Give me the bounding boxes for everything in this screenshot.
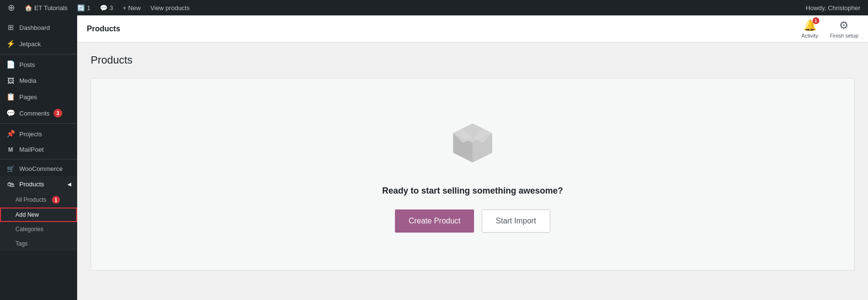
woocommerce-icon: 🛒 xyxy=(6,165,15,172)
sidebar-label-jetpack: Jetpack xyxy=(19,40,41,48)
sidebar-item-pages[interactable]: 📋 Pages xyxy=(0,89,77,105)
dashboard-icon: ⊞ xyxy=(6,23,15,32)
sidebar-item-media[interactable]: 🖼 Media xyxy=(0,73,77,89)
sidebar-divider-3 xyxy=(0,159,77,159)
new-label: + New xyxy=(123,4,141,12)
sidebar-item-jetpack[interactable]: ⚡ Jetpack xyxy=(0,36,77,52)
empty-state-actions: Create Product Start Import xyxy=(395,209,550,233)
activity-icon: 🔔 1 xyxy=(803,19,816,32)
sidebar-item-add-new[interactable]: Add New xyxy=(0,208,77,222)
comments-badge: 3 xyxy=(54,109,62,117)
comments-bubble-icon: 💬 xyxy=(6,109,15,117)
products-submenu: All Products 1 Add New Categories Tags xyxy=(0,192,77,251)
main-content: Products 🔔 1 Activity ⚙ Finish setup Pro… xyxy=(77,15,868,300)
jetpack-icon: ⚡ xyxy=(6,39,15,48)
sidebar-label-mailpoet: MailPoet xyxy=(19,146,44,153)
comments-icon: 💬 xyxy=(100,4,108,12)
projects-icon: 📌 xyxy=(6,130,15,138)
activity-label: Activity xyxy=(801,33,818,39)
greeting-text: Howdy, Christopher xyxy=(806,4,860,12)
finish-setup-icon: ⚙ xyxy=(839,19,849,32)
categories-label: Categories xyxy=(15,226,43,233)
products-icon: 🛍 xyxy=(6,180,15,188)
products-arrow-icon: ◀ xyxy=(68,182,71,187)
sidebar-label-dashboard: Dashboard xyxy=(19,24,50,31)
mailpoet-icon: M xyxy=(6,146,15,153)
sidebar-label-media: Media xyxy=(19,77,36,84)
top-bar: Products 🔔 1 Activity ⚙ Finish setup xyxy=(77,15,868,42)
comments-count: 3 xyxy=(109,4,113,12)
wp-logo-link[interactable]: ⊕ xyxy=(4,0,19,15)
sidebar-label-comments: Comments xyxy=(19,110,50,117)
page-title: Products xyxy=(91,54,854,66)
start-import-button[interactable]: Start Import xyxy=(482,209,550,233)
create-product-button[interactable]: Create Product xyxy=(395,209,474,233)
new-content-link[interactable]: + New xyxy=(119,0,145,15)
pages-icon: 📋 xyxy=(6,92,15,101)
updates-link[interactable]: 🔄 1 xyxy=(73,0,94,15)
activity-button[interactable]: 🔔 1 Activity xyxy=(801,19,818,39)
all-products-label: All Products xyxy=(15,196,46,203)
add-new-label: Add New xyxy=(15,211,39,218)
sidebar-label-products: Products xyxy=(19,181,44,188)
empty-state-message: Ready to start selling something awesome… xyxy=(382,186,563,196)
view-products-link[interactable]: View products xyxy=(147,0,193,15)
activity-badge: 1 xyxy=(813,17,819,24)
tags-label: Tags xyxy=(15,240,27,247)
sidebar-item-dashboard[interactable]: ⊞ Dashboard xyxy=(0,19,77,36)
wp-logo-icon: ⊕ xyxy=(8,2,15,13)
sidebar-label-pages: Pages xyxy=(19,93,37,101)
top-bar-right: 🔔 1 Activity ⚙ Finish setup xyxy=(801,19,858,39)
finish-setup-button[interactable]: ⚙ Finish setup xyxy=(830,19,858,39)
sidebar-item-woocommerce[interactable]: 🛒 WooCommerce xyxy=(0,161,77,176)
sidebar-item-categories[interactable]: Categories xyxy=(0,222,77,236)
sidebar-divider-2 xyxy=(0,123,77,124)
sidebar: ⊞ Dashboard ⚡ Jetpack 📄 Posts 🖼 Media 📋 … xyxy=(0,15,77,300)
sidebar-divider-1 xyxy=(0,54,77,54)
sidebar-label-projects: Projects xyxy=(19,130,42,138)
sidebar-item-tags[interactable]: Tags xyxy=(0,236,77,251)
posts-icon: 📄 xyxy=(6,60,15,69)
top-bar-title: Products xyxy=(87,25,120,33)
site-name-link[interactable]: 🏠 ET Tutorials xyxy=(21,0,71,15)
home-icon: 🏠 xyxy=(25,4,32,12)
sidebar-item-all-products[interactable]: All Products 1 xyxy=(0,192,77,208)
sidebar-item-products[interactable]: 🛍 Products ◀ xyxy=(0,176,77,192)
admin-bar-right: Howdy, Christopher xyxy=(802,4,864,12)
admin-bar: ⊕ 🏠 ET Tutorials 🔄 1 💬 3 + New View prod… xyxy=(0,0,868,15)
sidebar-label-woocommerce: WooCommerce xyxy=(19,165,63,172)
sidebar-item-mailpoet[interactable]: M MailPoet xyxy=(0,142,77,157)
sidebar-item-posts[interactable]: 📄 Posts xyxy=(0,56,77,73)
box-illustration xyxy=(444,117,502,174)
sidebar-item-projects[interactable]: 📌 Projects xyxy=(0,126,77,142)
content-area: Products Ready to start selling som xyxy=(77,42,868,300)
comments-link[interactable]: 💬 3 xyxy=(96,0,117,15)
sidebar-item-comments[interactable]: 💬 Comments 3 xyxy=(0,105,77,121)
empty-state: Ready to start selling something awesome… xyxy=(91,78,854,271)
updates-count: 1 xyxy=(87,4,90,12)
updates-icon: 🔄 xyxy=(77,4,85,12)
finish-setup-label: Finish setup xyxy=(830,33,858,39)
layout: ⊞ Dashboard ⚡ Jetpack 📄 Posts 🖼 Media 📋 … xyxy=(0,15,868,300)
media-icon: 🖼 xyxy=(6,77,15,85)
user-greeting[interactable]: Howdy, Christopher xyxy=(802,4,864,12)
all-products-badge: 1 xyxy=(52,196,60,204)
sidebar-label-posts: Posts xyxy=(19,61,35,68)
view-products-label: View products xyxy=(150,4,190,12)
site-name: ET Tutorials xyxy=(34,4,68,12)
